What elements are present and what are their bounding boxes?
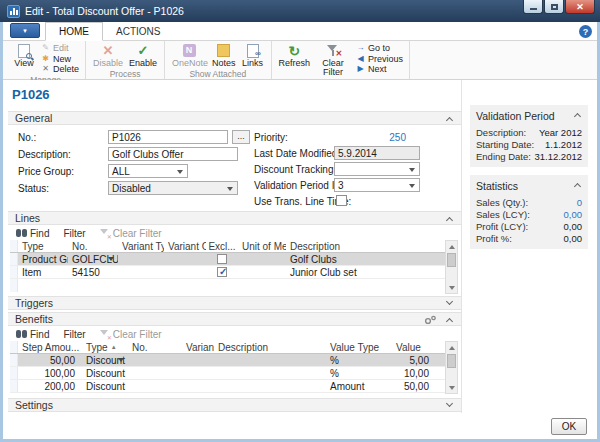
next-button[interactable]: ▶Next <box>353 64 405 75</box>
delete-button[interactable]: ✕Delete <box>38 64 81 75</box>
scroll-thumb[interactable] <box>447 253 456 267</box>
cell-step-amount[interactable]: 50,00 <box>18 354 82 366</box>
benefits-find-button[interactable]: Find <box>16 329 49 340</box>
factbox-header[interactable]: Validation Period <box>476 108 582 123</box>
column-header-no[interactable]: No. <box>68 240 118 252</box>
tab-home[interactable]: HOME <box>45 22 103 41</box>
cell-excl[interactable] <box>206 266 238 278</box>
column-header-type[interactable]: Type <box>18 240 68 252</box>
refresh-button[interactable]: ↻ Refresh <box>276 42 314 69</box>
column-header-value-type[interactable]: Value Type <box>326 341 392 353</box>
fasttab-general-header[interactable]: General <box>8 111 461 125</box>
tab-actions[interactable]: ACTIONS <box>103 23 173 40</box>
collapse-chevron-icon[interactable] <box>446 117 453 124</box>
cell-type[interactable]: Discount <box>82 354 128 366</box>
gear-icon[interactable] <box>423 315 437 328</box>
scroll-thumb[interactable] <box>447 354 456 368</box>
lines-clear-filter-button[interactable]: Clear Filter <box>100 228 162 239</box>
cell-unit-of-measure[interactable] <box>238 253 286 265</box>
discount-tracking-dropdown[interactable] <box>334 162 420 176</box>
collapse-chevron-icon[interactable] <box>446 318 453 325</box>
help-button[interactable]: ? <box>579 25 592 38</box>
factbox-header[interactable]: Statistics <box>476 178 582 193</box>
column-header-description[interactable]: Description <box>286 240 445 252</box>
cell-value-type[interactable]: Amount <box>326 380 392 392</box>
fasttab-benefits-header[interactable]: Benefits <box>8 312 461 326</box>
close-button[interactable]: ✕ <box>565 0 595 14</box>
table-row[interactable]: 200,00 Discount Amount 50,00 <box>10 380 445 393</box>
cell-no[interactable]: GOLFCLU... <box>68 253 118 265</box>
cell-description[interactable]: Junior Club set <box>286 266 445 278</box>
column-header-variant-type[interactable]: Variant Type <box>118 240 164 252</box>
column-header-excl[interactable]: Excl... <box>206 240 238 252</box>
field-value-link[interactable]: 0,00 <box>564 209 583 220</box>
cell-step-amount[interactable]: 200,00 <box>18 380 82 392</box>
notes-button[interactable]: Notes <box>209 42 239 69</box>
column-header-value[interactable]: Value <box>392 341 445 353</box>
cell-variant-type[interactable] <box>118 253 164 265</box>
fasttab-settings-header[interactable]: Settings <box>8 398 461 412</box>
cell-variant-code[interactable] <box>164 266 206 278</box>
status-dropdown[interactable]: Disabled <box>108 181 238 195</box>
disable-button[interactable]: ✕ Disable <box>90 42 126 69</box>
previous-button[interactable]: ◀Previous <box>353 54 405 65</box>
no-assist-button[interactable]: ... <box>232 130 250 144</box>
cell-variant-code[interactable] <box>164 253 206 265</box>
dropdown-arrow-icon[interactable] <box>108 257 114 261</box>
collapse-chevron-icon[interactable] <box>574 113 581 120</box>
cell-value[interactable]: 10,00 <box>392 367 445 379</box>
cell-description[interactable] <box>214 354 326 366</box>
lines-scrollbar[interactable] <box>445 240 458 294</box>
collapse-chevron-icon[interactable] <box>446 217 453 224</box>
cell-excl[interactable] <box>206 253 238 265</box>
lines-filter-button[interactable]: Filter <box>63 228 85 239</box>
field-value-link[interactable]: 0 <box>577 197 582 208</box>
application-menu-button[interactable]: ▼ <box>10 23 40 38</box>
column-header-unit-of-measure[interactable]: Unit of Mea... <box>238 240 286 252</box>
benefits-clear-filter-button[interactable]: Clear Filter <box>100 329 162 340</box>
edit-button[interactable]: ✎Edit <box>38 43 81 54</box>
table-row[interactable]: Item 54150 Junior Club set <box>10 266 445 279</box>
fasttab-lines-header[interactable]: Lines <box>8 211 461 225</box>
cell-no[interactable]: 54150 <box>68 266 118 278</box>
ok-button[interactable]: OK <box>551 418 587 435</box>
view-button[interactable]: View <box>10 42 38 69</box>
cell-type[interactable]: Item <box>18 266 68 278</box>
links-button[interactable]: ∞ Links <box>239 42 267 69</box>
collapse-chevron-icon[interactable] <box>574 183 581 190</box>
priority-value[interactable]: 250 <box>334 132 406 143</box>
price-group-dropdown[interactable]: ALL <box>108 164 188 178</box>
expand-chevron-icon[interactable] <box>446 298 453 305</box>
use-trans-line-time-checkbox[interactable] <box>336 195 347 206</box>
excl-checkbox[interactable] <box>217 267 227 277</box>
cell-variant-type[interactable] <box>118 266 164 278</box>
column-header-type[interactable]: Type▲ <box>82 341 128 353</box>
cell-variant-code[interactable] <box>182 354 214 366</box>
table-row[interactable]: Product Gro... GOLFCLU... Golf Clubs <box>10 253 445 266</box>
benefits-scrollbar[interactable] <box>445 341 458 394</box>
table-row[interactable]: 100,00 Discount % 10,00 <box>10 367 445 380</box>
cell-unit-of-measure[interactable] <box>238 266 286 278</box>
column-header-no[interactable]: No. <box>128 341 182 353</box>
fasttab-triggers-header[interactable]: Triggers <box>8 296 461 310</box>
benefits-filter-button[interactable]: Filter <box>63 329 85 340</box>
scroll-down-icon[interactable] <box>446 382 457 393</box>
table-row[interactable]: 50,00 Discount % 5,00 <box>10 354 445 367</box>
minimize-button[interactable] <box>523 0 543 14</box>
validation-period-id-dropdown[interactable]: 3 <box>334 178 420 192</box>
scroll-up-icon[interactable] <box>446 241 457 252</box>
cell-value[interactable]: 50,00 <box>392 380 445 392</box>
column-header-variant-code[interactable]: Variant Code <box>182 341 214 353</box>
no-field[interactable]: P1026 <box>108 130 228 144</box>
cell-no[interactable] <box>128 380 182 392</box>
cell-variant-code[interactable] <box>182 367 214 379</box>
excl-checkbox[interactable] <box>217 254 227 264</box>
maximize-button[interactable] <box>544 0 564 14</box>
scroll-up-icon[interactable] <box>446 342 457 353</box>
cell-no[interactable] <box>128 367 182 379</box>
cell-description[interactable] <box>214 380 326 392</box>
cell-value-type[interactable]: % <box>326 354 392 366</box>
clear-filter-button[interactable]: ✕ Clear Filter <box>313 42 353 79</box>
cell-description[interactable]: Golf Clubs <box>286 253 445 265</box>
cell-description[interactable] <box>214 367 326 379</box>
